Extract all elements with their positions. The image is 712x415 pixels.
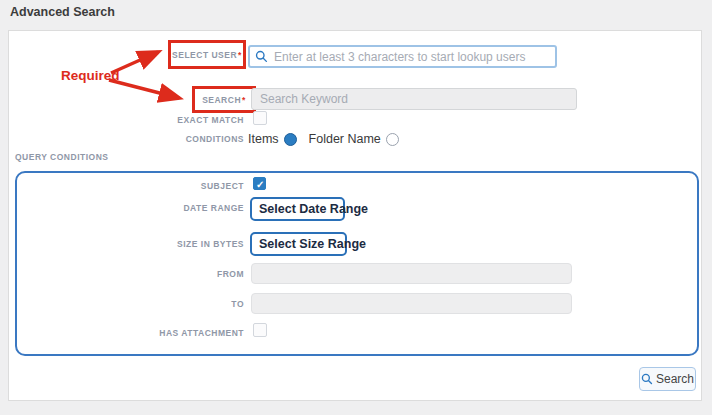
required-annotation: Required — [61, 68, 120, 83]
conditions-label: CONDITIONS — [9, 134, 244, 144]
search-button-label: Search — [656, 372, 694, 386]
to-label: TO — [9, 299, 244, 309]
conditions-option-items-radio[interactable] — [284, 133, 297, 146]
required-asterisk: * — [242, 95, 246, 105]
has-attachment-checkbox[interactable] — [253, 323, 267, 337]
has-attachment-label: HAS ATTACHMENT — [9, 328, 244, 338]
conditions-option-items-label: Items — [248, 132, 279, 146]
conditions-radio-group: Items Folder Name — [248, 131, 399, 147]
required-asterisk: * — [238, 50, 242, 60]
query-conditions-label: QUERY CONDITIONS — [15, 152, 108, 162]
page-title: Advanced Search — [10, 5, 115, 19]
search-label: SEARCH* — [202, 95, 246, 105]
size-range-selected-value: Select Size Range — [259, 237, 366, 251]
advanced-search-panel: Required SELECT USER* SEARCH* EXACT MATC… — [8, 30, 702, 401]
date-range-selected-value: Select Date Range — [259, 202, 368, 216]
exact-match-label: EXACT MATCH — [9, 115, 244, 125]
size-in-bytes-label: SIZE IN BYTES — [9, 239, 244, 249]
date-range-label: DATE RANGE — [9, 203, 244, 213]
search-button[interactable]: Search — [639, 367, 696, 391]
conditions-option-folder-name-label: Folder Name — [309, 132, 381, 146]
from-input[interactable] — [251, 263, 572, 284]
select-user-input[interactable] — [272, 46, 555, 67]
conditions-option-folder-name-radio[interactable] — [386, 133, 399, 146]
select-user-input-wrap — [248, 45, 557, 68]
subject-checkbox[interactable] — [253, 177, 266, 190]
from-label: FROM — [9, 269, 244, 279]
search-keyword-input[interactable] — [251, 88, 577, 110]
subject-label: SUBJECT — [9, 181, 244, 191]
search-icon — [255, 50, 268, 63]
select-user-highlight-box: SELECT USER* — [168, 40, 246, 69]
search-icon — [641, 373, 653, 385]
date-range-select[interactable]: Select Date Range — [250, 197, 345, 221]
search-highlight-box: SEARCH* — [192, 86, 256, 113]
select-user-label: SELECT USER* — [172, 50, 242, 60]
to-input[interactable] — [251, 293, 572, 314]
exact-match-checkbox[interactable] — [253, 111, 267, 125]
size-range-select[interactable]: Select Size Range — [250, 232, 347, 256]
